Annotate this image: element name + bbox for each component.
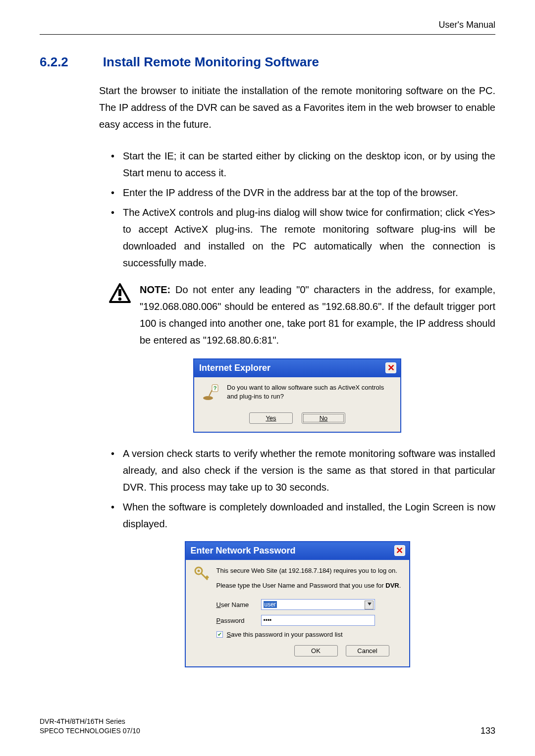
password-input[interactable]: •••• bbox=[261, 615, 375, 626]
footer-line2: SPECO TECHNOLOGIES 07/10 bbox=[40, 726, 140, 736]
header-right: User's Manual bbox=[40, 20, 495, 35]
dialog-titlebar[interactable]: Enter Network Password ✕ bbox=[186, 542, 409, 560]
password-label: Password bbox=[216, 617, 255, 624]
svg-point-2 bbox=[118, 298, 121, 301]
section-number: 6.2.2 bbox=[40, 54, 68, 70]
save-password-checkbox[interactable]: ✔ bbox=[216, 631, 223, 638]
bullet-item: When the software is completely download… bbox=[109, 499, 495, 532]
intro-paragraph: Start the browser to initiate the instal… bbox=[99, 82, 495, 133]
dialog-title: Enter Network Password bbox=[191, 546, 296, 556]
close-button[interactable]: ✕ bbox=[385, 362, 396, 373]
svg-text:?: ? bbox=[214, 385, 217, 391]
close-icon: ✕ bbox=[396, 546, 403, 555]
question-icon: ? bbox=[202, 383, 220, 403]
bullet-item: Start the IE; it can be started either b… bbox=[109, 148, 495, 181]
bullet-item: The ActiveX controls and plug-ins dialog… bbox=[109, 204, 495, 271]
chevron-down-icon[interactable] bbox=[368, 603, 372, 605]
save-password-label: Save this password in your password list bbox=[227, 631, 343, 638]
password-value: •••• bbox=[264, 617, 272, 624]
section-title: Install Remote Monitoring Software bbox=[103, 54, 319, 70]
svg-rect-1 bbox=[118, 289, 121, 296]
key-icon bbox=[194, 566, 210, 582]
page-number: 133 bbox=[481, 726, 495, 736]
svg-point-3 bbox=[203, 396, 213, 400]
username-label: User Name bbox=[216, 601, 255, 608]
section-heading: 6.2.2 Install Remote Monitoring Software bbox=[40, 54, 495, 70]
username-value: user bbox=[264, 601, 277, 608]
note-block: NOTE: Do not enter any leading "0" chara… bbox=[109, 281, 495, 349]
bullet-item: A version check starts to verify whether… bbox=[109, 445, 495, 496]
bullet-list-bottom: A version check starts to verify whether… bbox=[109, 445, 495, 532]
username-input[interactable]: user bbox=[261, 599, 375, 610]
close-icon: ✕ bbox=[387, 363, 395, 372]
dialog-lead2: Please type the User Name and Password t… bbox=[216, 581, 401, 591]
yes-button[interactable]: Yes bbox=[249, 412, 293, 424]
note-text: NOTE: Do not enter any leading "0" chara… bbox=[140, 281, 495, 349]
svg-point-7 bbox=[197, 570, 200, 572]
cancel-button[interactable]: Cancel bbox=[346, 645, 389, 656]
page-footer: DVR-4TH/8TH/16TH Series SPECO TECHNOLOGI… bbox=[40, 717, 495, 736]
warning-icon bbox=[109, 283, 131, 305]
dialog-message: Do you want to allow software such as Ac… bbox=[227, 383, 392, 401]
ok-button[interactable]: OK bbox=[294, 645, 338, 656]
note-label: NOTE: bbox=[140, 284, 170, 295]
bullet-item: Enter the IP address of the DVR in the a… bbox=[109, 184, 495, 201]
bullet-list-top: Start the IE; it can be started either b… bbox=[109, 148, 495, 271]
ie-dialog: Internet Explorer ✕ ? Do you want to all… bbox=[193, 358, 401, 433]
dialog-titlebar[interactable]: Internet Explorer ✕ bbox=[194, 359, 400, 377]
footer-line1: DVR-4TH/8TH/16TH Series bbox=[40, 717, 140, 727]
password-dialog: Enter Network Password ✕ This secure Web… bbox=[185, 541, 410, 667]
dialog-title: Internet Explorer bbox=[199, 363, 270, 373]
dialog-lead1: This secure Web Site (at 192.168.7.184) … bbox=[216, 566, 401, 576]
close-button[interactable]: ✕ bbox=[394, 545, 405, 556]
note-body: Do not enter any leading "0" characters … bbox=[140, 284, 495, 346]
no-button[interactable]: No bbox=[302, 412, 345, 424]
